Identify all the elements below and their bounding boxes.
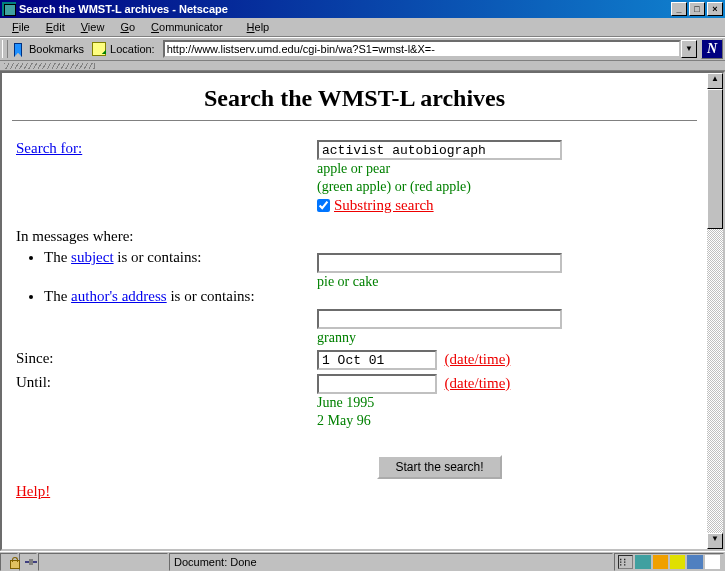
- start-search-button[interactable]: Start the search!: [377, 455, 501, 479]
- close-button[interactable]: ×: [707, 2, 723, 16]
- location-input[interactable]: [163, 40, 681, 58]
- bookmarks-label[interactable]: Bookmarks: [29, 43, 84, 55]
- author-input[interactable]: [317, 309, 562, 329]
- location-toolbar: Bookmarks Location: ▼ N: [0, 37, 725, 61]
- toolbar-grip[interactable]: [2, 40, 8, 58]
- date-hint-2: 2 May 96: [317, 413, 371, 428]
- status-message: Document: Done: [169, 553, 613, 571]
- statusbar: Document: Done ⁝⁝: [0, 551, 725, 571]
- lock-icon: [6, 555, 12, 569]
- date-hint-1: June 1995: [317, 395, 374, 410]
- newsgroups-icon[interactable]: [670, 555, 685, 569]
- inbox-icon[interactable]: [653, 555, 668, 569]
- scroll-track[interactable]: [707, 89, 723, 533]
- scroll-thumb[interactable]: [707, 89, 723, 229]
- menu-file[interactable]: File: [4, 19, 38, 35]
- scroll-up-button[interactable]: ▲: [707, 73, 723, 89]
- content-viewport: Search the WMST-L archives Search for: a…: [0, 71, 725, 551]
- subject-input[interactable]: [317, 253, 562, 273]
- substring-checkbox[interactable]: [317, 199, 330, 212]
- menu-communicator[interactable]: Communicator: [143, 19, 231, 35]
- vertical-scrollbar[interactable]: ▲ ▼: [707, 73, 723, 549]
- since-label: Since:: [12, 350, 317, 367]
- heading-rule: [12, 120, 697, 122]
- svg-rect-2: [29, 559, 33, 565]
- maximize-button[interactable]: □: [689, 2, 705, 16]
- menu-help[interactable]: Help: [239, 19, 278, 35]
- subject-hint: pie or cake: [317, 274, 378, 289]
- substring-link[interactable]: Substring search: [334, 197, 434, 214]
- scroll-down-button[interactable]: ▼: [707, 533, 723, 549]
- component-icon-1[interactable]: ⁝⁝: [618, 555, 633, 569]
- since-datetime-link[interactable]: (date/time): [445, 351, 511, 367]
- status-progress-cell: [38, 553, 168, 571]
- author-link[interactable]: author's address: [71, 288, 167, 304]
- status-security-cell[interactable]: [0, 553, 18, 571]
- author-item: The author's address is or contains:: [44, 288, 317, 305]
- search-for-input[interactable]: [317, 140, 562, 160]
- menu-go[interactable]: Go: [112, 19, 143, 35]
- search-hint-2: (green apple) or (red apple): [317, 179, 471, 194]
- status-component-bar: ⁝⁝: [614, 553, 724, 571]
- plug-icon: [24, 556, 38, 568]
- search-hint-1: apple or pear: [317, 161, 390, 176]
- navigator-icon[interactable]: [635, 555, 650, 569]
- subject-link[interactable]: subject: [71, 249, 114, 265]
- in-messages-label: In messages where:: [12, 228, 697, 245]
- personal-toolbar-grip[interactable]: [0, 61, 725, 71]
- since-input[interactable]: [317, 350, 437, 370]
- until-label: Until:: [12, 374, 317, 391]
- location-icon: [92, 42, 106, 56]
- netscape-throbber-icon[interactable]: N: [701, 39, 723, 59]
- until-datetime-link[interactable]: (date/time): [445, 375, 511, 391]
- page-title: Search the WMST-L archives: [12, 85, 697, 112]
- window-titlebar: Search the WMST-L archives - Netscape _ …: [0, 0, 725, 18]
- minimize-button[interactable]: _: [671, 2, 687, 16]
- netscape-icon: [2, 2, 16, 16]
- search-for-link[interactable]: Search for:: [16, 140, 82, 156]
- help-link[interactable]: Help!: [16, 483, 50, 499]
- location-label: Location:: [110, 43, 155, 55]
- window-title: Search the WMST-L archives - Netscape: [19, 3, 228, 15]
- page-content: Search the WMST-L archives Search for: a…: [2, 73, 707, 549]
- menu-view[interactable]: View: [73, 19, 113, 35]
- author-hint: granny: [317, 330, 356, 345]
- bookmarks-icon[interactable]: [11, 42, 26, 56]
- subject-item: The subject is or contains:: [44, 249, 317, 266]
- location-dropdown-button[interactable]: ▼: [681, 40, 697, 58]
- until-input[interactable]: [317, 374, 437, 394]
- status-online-cell[interactable]: [19, 553, 37, 571]
- menubar: File Edit View Go Communicator Help: [0, 18, 725, 37]
- composer-icon[interactable]: [705, 555, 720, 569]
- menu-edit[interactable]: Edit: [38, 19, 73, 35]
- addressbook-icon[interactable]: [687, 555, 702, 569]
